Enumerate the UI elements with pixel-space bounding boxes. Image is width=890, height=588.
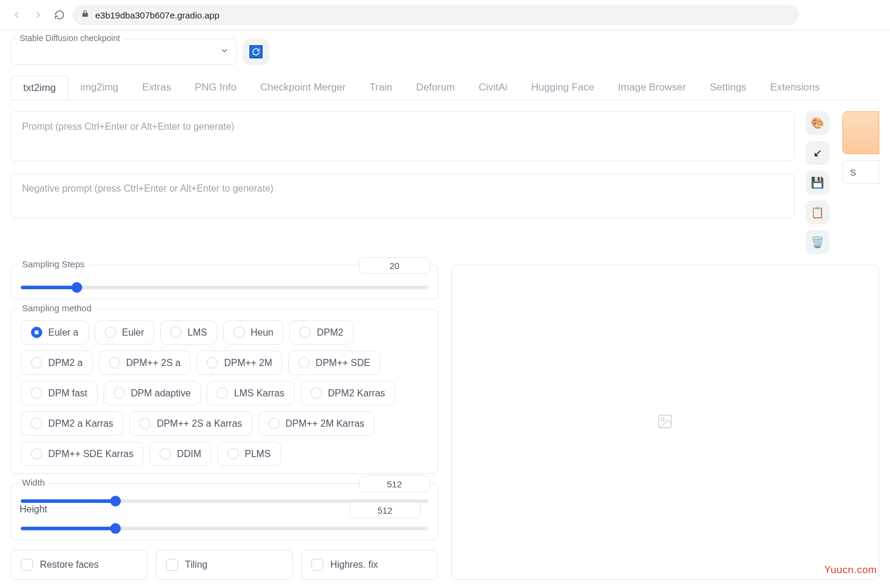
height-slider[interactable] bbox=[21, 527, 428, 530]
sampling-steps-label: Sampling Steps bbox=[18, 259, 88, 269]
width-number[interactable] bbox=[359, 476, 430, 492]
negative-prompt-input[interactable] bbox=[11, 173, 795, 218]
width-label: Width bbox=[18, 477, 48, 487]
radio-icon bbox=[109, 357, 120, 368]
sampler-dpm-sde[interactable]: DPM++ SDE bbox=[288, 351, 380, 375]
nav-reload-button[interactable] bbox=[51, 7, 68, 23]
radio-icon bbox=[268, 418, 280, 429]
save-button[interactable]: 💾 bbox=[805, 171, 829, 195]
clear-button[interactable]: 🗑️ bbox=[805, 230, 829, 254]
sampling-method-panel: Sampling method Euler aEulerLMSHeunDPM2D… bbox=[11, 309, 438, 474]
height-number[interactable] bbox=[349, 502, 421, 518]
dimensions-panel: Width Height bbox=[11, 483, 438, 540]
arrow-button[interactable]: ↙ bbox=[805, 141, 829, 165]
paste-button[interactable]: 📋 bbox=[805, 201, 829, 224]
sampler-dpm-sde-karras[interactable]: DPM++ SDE Karras bbox=[21, 442, 143, 466]
checkbox-icon bbox=[311, 559, 323, 571]
tiling-checkbox[interactable]: Tiling bbox=[156, 550, 293, 580]
sampler-dpm2-a[interactable]: DPM2 a bbox=[21, 351, 93, 375]
prompt-input[interactable] bbox=[11, 111, 795, 161]
nav-forward-button bbox=[30, 7, 46, 23]
highres-fix-checkbox[interactable]: Highres. fix bbox=[301, 550, 438, 580]
trash-icon: 🗑️ bbox=[811, 236, 824, 249]
tab-hugging-face[interactable]: Hugging Face bbox=[519, 76, 606, 100]
tab-settings[interactable]: Settings bbox=[698, 76, 758, 100]
address-url: e3b19dba307b607e.gradio.app bbox=[95, 10, 220, 20]
image-icon bbox=[657, 413, 673, 432]
address-bar[interactable]: e3b19dba307b607e.gradio.app bbox=[73, 5, 799, 25]
right-peek: S bbox=[842, 111, 879, 254]
main-tabs: txt2imgimg2imgExtrasPNG InfoCheckpoint M… bbox=[11, 76, 879, 101]
tab-checkpoint-merger[interactable]: Checkpoint Merger bbox=[248, 76, 358, 100]
chevron-down-icon bbox=[220, 46, 229, 58]
radio-icon bbox=[31, 327, 42, 338]
options-row: Restore faces Tiling Highres. fix bbox=[11, 550, 438, 580]
radio-icon bbox=[298, 357, 310, 368]
sampler-dpm2-a-karras[interactable]: DPM2 a Karras bbox=[21, 411, 123, 436]
radio-icon bbox=[217, 387, 228, 399]
checkpoint-dropdown[interactable]: Stable Diffusion checkpoint bbox=[11, 39, 237, 65]
side-button[interactable]: S bbox=[842, 160, 879, 184]
sampler-ddim[interactable]: DDIM bbox=[149, 442, 211, 466]
sampler-euler[interactable]: Euler bbox=[95, 320, 154, 345]
checkbox-icon bbox=[21, 559, 33, 571]
sampling-steps-number[interactable] bbox=[359, 257, 430, 274]
radio-icon bbox=[227, 448, 239, 459]
checkpoint-row: Stable Diffusion checkpoint bbox=[11, 39, 879, 65]
watermark: Yuucn.com bbox=[824, 564, 877, 576]
radio-icon bbox=[105, 327, 116, 338]
radio-icon bbox=[31, 418, 42, 429]
tab-image-browser[interactable]: Image Browser bbox=[606, 76, 698, 100]
clipboard-icon: 📋 bbox=[811, 206, 824, 219]
height-label: Height bbox=[20, 504, 47, 515]
sampler-dpm-2s-a-karras[interactable]: DPM++ 2S a Karras bbox=[129, 411, 252, 436]
radio-icon bbox=[299, 327, 311, 338]
output-preview bbox=[451, 265, 880, 580]
tab-train[interactable]: Train bbox=[358, 76, 404, 100]
tab-extras[interactable]: Extras bbox=[130, 76, 183, 100]
sampler-plms[interactable]: PLMS bbox=[217, 442, 281, 466]
sampling-steps-panel: Sampling Steps bbox=[11, 265, 438, 299]
sampler-dpm-fast[interactable]: DPM fast bbox=[21, 381, 98, 405]
sampling-method-label: Sampling method bbox=[18, 303, 95, 313]
refresh-checkpoint-button[interactable] bbox=[243, 39, 269, 65]
prompt-tools: 🎨 ↙ 💾 📋 🗑️ bbox=[805, 111, 832, 254]
radio-icon bbox=[31, 357, 42, 368]
tab-civitai[interactable]: CivitAi bbox=[467, 76, 519, 100]
sampler-lms-karras[interactable]: LMS Karras bbox=[207, 381, 294, 405]
tab-txt2img[interactable]: txt2img bbox=[11, 76, 68, 101]
radio-icon bbox=[31, 448, 42, 459]
save-icon: 💾 bbox=[811, 176, 824, 189]
radio-icon bbox=[170, 327, 182, 338]
style-button[interactable]: 🎨 bbox=[805, 111, 829, 135]
tab-img2img[interactable]: img2img bbox=[68, 76, 130, 100]
generate-button[interactable] bbox=[842, 111, 879, 154]
sampler-dpm-2m-karras[interactable]: DPM++ 2M Karras bbox=[258, 411, 374, 436]
arrow-icon: ↙ bbox=[813, 146, 822, 159]
tab-png-info[interactable]: PNG Info bbox=[183, 76, 248, 100]
tab-extensions[interactable]: Extensions bbox=[758, 76, 832, 100]
refresh-icon bbox=[249, 45, 263, 58]
sampler-heun[interactable]: Heun bbox=[223, 320, 283, 345]
tab-deforum[interactable]: Deforum bbox=[404, 76, 467, 100]
svg-point-1 bbox=[661, 418, 664, 421]
checkpoint-label: Stable Diffusion checkpoint bbox=[17, 33, 123, 43]
radio-icon bbox=[139, 418, 151, 429]
sampler-euler-a[interactable]: Euler a bbox=[21, 320, 89, 345]
sampler-dpm2[interactable]: DPM2 bbox=[289, 320, 353, 345]
sampler-dpm-2m[interactable]: DPM++ 2M bbox=[196, 351, 282, 375]
sampler-lms[interactable]: LMS bbox=[160, 320, 217, 345]
radio-icon bbox=[160, 448, 171, 459]
sampling-steps-slider[interactable] bbox=[21, 286, 428, 289]
radio-icon bbox=[233, 327, 245, 338]
sampler-dpm-2s-a[interactable]: DPM++ 2S a bbox=[99, 351, 191, 375]
radio-icon bbox=[311, 387, 322, 399]
sampler-dpm-adaptive[interactable]: DPM adaptive bbox=[104, 381, 201, 405]
lock-icon bbox=[81, 10, 89, 20]
restore-faces-checkbox[interactable]: Restore faces bbox=[11, 550, 148, 580]
nav-back-button bbox=[8, 7, 25, 23]
radio-icon bbox=[31, 387, 42, 399]
sampler-dpm2-karras[interactable]: DPM2 Karras bbox=[301, 381, 395, 405]
radio-icon bbox=[207, 357, 218, 368]
palette-icon: 🎨 bbox=[811, 117, 824, 130]
